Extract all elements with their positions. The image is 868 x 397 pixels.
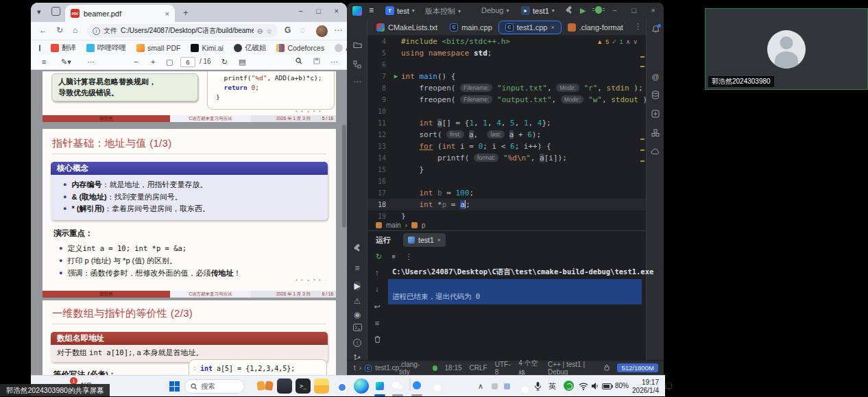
soft-wrap-icon[interactable]: ↩ [369,302,385,311]
pdf-more-tools-icon[interactable]: ⋯ [87,58,95,67]
tab-close-icon[interactable]: × [165,10,169,18]
line-number[interactable]: 4 [367,36,391,47]
error-stripe-mark[interactable] [640,149,644,151]
editor-tab[interactable]: Cmain.cpp [444,20,498,35]
project-widget[interactable]: T test ▾ [385,6,415,15]
tray-green-app-icon[interactable] [564,381,574,391]
pdf-annotate-icon[interactable]: ✎▾ [61,58,71,67]
address-bar[interactable]: i 文件 C:/Users/24087/Desktop/C语言/build/be… [87,24,278,38]
lock-icon[interactable] [604,364,610,372]
line-number[interactable]: 9 [367,94,391,106]
tray-mini-icon[interactable] [492,383,498,389]
run-tab[interactable]: test1 × [403,233,446,247]
indent-setting[interactable]: 4 个空格 [518,359,540,376]
line-number[interactable]: 18 [367,199,391,210]
clear-console-icon[interactable] [369,335,385,345]
browser-maximize-button[interactable]: □ [316,7,321,15]
line-number[interactable]: 10 [367,106,391,117]
status-breadcrumb-project[interactable]: t [354,364,356,372]
scroll-to-end-icon[interactable]: ≡ [369,319,385,327]
scroll-down-icon[interactable]: ↓ [369,285,385,293]
profile-avatar[interactable] [316,25,328,37]
battery-icon[interactable] [602,383,613,389]
browser-menu-icon[interactable]: ⋯ [334,25,342,35]
code-editor[interactable]: 4#include <bits/stdc++.h>5using namespac… [367,36,646,219]
page-info-icon[interactable]: i [93,27,100,35]
bookmark-item[interactable]: 翻译 [51,43,76,53]
ai-assistant-icon[interactable]: @ [647,73,664,81]
speaker-icon[interactable] [591,382,599,390]
line-number[interactable]: 19 [367,210,391,219]
line-number[interactable]: 17 [367,187,391,199]
pdf-contents-icon[interactable]: ≡ [42,58,46,66]
more-toolwindows-icon[interactable]: ⋯ [347,77,367,86]
bookmark-item[interactable]: Codeforces [276,43,324,53]
tab-search-chevron-icon[interactable]: ▾ [37,8,41,16]
run-config-widget[interactable]: ▸ test1 ▾ [521,6,555,15]
notifications-bell-icon[interactable] [647,25,664,35]
line-number[interactable]: 5 [367,47,391,59]
line-number[interactable]: 14 [367,152,391,164]
run-more-icon[interactable]: ⋮ [405,252,413,261]
notification-bell-icon[interactable] [664,381,673,391]
project-toolwindow-icon[interactable] [347,41,367,51]
pdf-zoom-out-icon[interactable]: − [134,58,138,66]
tray-mini-icon[interactable] [504,383,510,389]
encoding[interactable]: UTF-8 [495,361,511,376]
zoom-out-icon[interactable]: ⊖ [257,27,263,35]
line-number[interactable]: 8 [367,82,391,94]
microphone-icon[interactable] [534,381,542,391]
resolve-context[interactable]: C++ | test1 | Debug [548,361,597,376]
structure-toolwindow-icon[interactable] [347,60,367,71]
prev-problem-icon[interactable]: ∧ [626,38,631,45]
tab-close-icon[interactable]: × [551,24,554,31]
bookmark-item[interactable]: AtCoder [335,43,347,53]
workspaces-icon[interactable] [51,7,60,16]
run-button[interactable]: ▶ [580,6,586,15]
vcs-widget[interactable]: 版本控制 ▾ [425,6,461,16]
browser-close-button[interactable]: × [335,7,339,15]
cloud-sync-icon[interactable] [647,148,664,156]
error-stripe-mark[interactable] [640,66,644,67]
ide-minimize-button[interactable]: − [613,6,617,14]
next-problem-icon[interactable]: ∨ [633,38,638,45]
clang-tidy-label[interactable]: .clang-tidy [399,361,425,376]
build-mode-widget[interactable]: Debug ▾ [481,6,509,14]
taskbar-app-terminal[interactable]: >_ [296,378,311,394]
editor-tab[interactable]: Ctest1.cpp× [498,21,562,34]
status-breadcrumb-file[interactable]: test1.cp [375,364,399,372]
main-menu-icon[interactable]: ≡ [369,5,374,15]
search-highlight-icon[interactable] [257,381,274,392]
debug-toolwindow-icon[interactable]: ◉ [347,310,367,320]
breadcrumb-item[interactable]: p [422,221,426,229]
analysis-status-icon[interactable] [433,365,437,371]
pdf-viewport[interactable]: 人脑计算容易忽略替换规则， 导致优先级错误。 printf("%d", ADD(… [31,70,347,375]
new-tab-button[interactable]: + [183,8,189,18]
error-stripe-mark[interactable] [640,56,644,58]
stop-icon[interactable]: ■ [391,253,395,260]
clock-widget[interactable]: 19:17 2026/1/4 [630,378,659,394]
build-toolwindow-icon[interactable] [347,244,367,254]
caret-position[interactable]: 18:15 [445,364,462,372]
pdf-zoom-in-icon[interactable]: + [151,58,155,66]
run-tab-close-icon[interactable]: × [437,237,441,243]
terminal-toolwindow-icon[interactable] [347,324,367,332]
error-stripe-mark[interactable] [640,139,644,140]
problems-toolwindow-icon[interactable]: ⚠ [347,296,367,306]
editor-tab[interactable]: .clang-format [562,20,629,35]
line-number[interactable]: 15 [367,164,391,176]
line-ending[interactable]: CRLF [470,364,487,372]
start-button[interactable] [169,381,180,392]
pdf-scrollbar-thumb[interactable] [342,125,346,228]
bookmark-item[interactable]: Kimi.ai [191,43,224,53]
pdf-menu-icon[interactable]: ⋯ [330,58,338,67]
services-toolwindow-icon[interactable]: ≡ [347,263,367,273]
bookmark-item[interactable]: 哔哩哔哩 [86,43,126,53]
pdf-save-icon[interactable] [313,58,320,66]
line-number[interactable]: 11 [367,117,391,129]
taskbar-app-explorer[interactable] [314,378,329,394]
bookmark-item[interactable]: 亿破姐 [234,43,267,53]
debug-button[interactable] [595,6,602,14]
build-button[interactable] [565,6,573,14]
ime-indicator[interactable]: 英 [548,381,556,392]
